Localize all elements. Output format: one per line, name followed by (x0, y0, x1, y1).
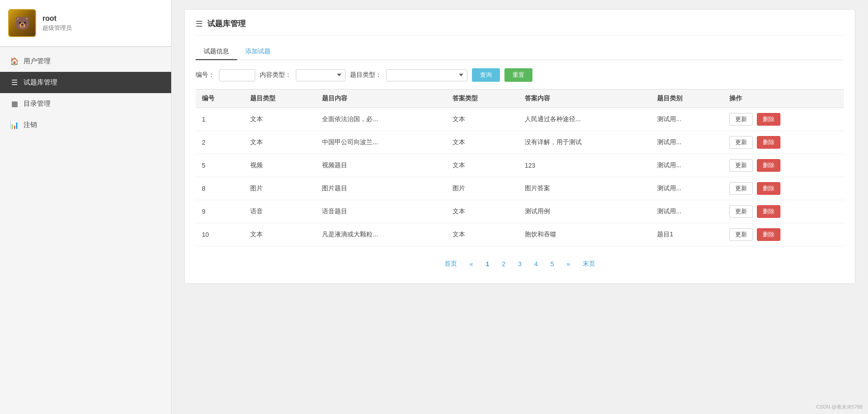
cell-answer-type: 文本 (446, 154, 518, 177)
cell-category: 测试用... (651, 108, 723, 131)
page-title: 试题库管理 (207, 19, 246, 29)
page-first-btn[interactable]: 首页 (439, 257, 462, 271)
cell-answer: 胞饮和吞噬 (518, 223, 651, 246)
cell-content: 图片题目 (316, 177, 446, 200)
sidebar-item-label: 试题库管理 (23, 78, 57, 87)
sidebar-item-logout[interactable]: 📊 注销 (0, 114, 171, 136)
cell-question-type: 语音 (244, 200, 316, 223)
home-icon: 🏠 (10, 57, 19, 66)
update-button[interactable]: 更新 (729, 159, 753, 172)
cell-id: 8 (196, 177, 244, 200)
page-btn-3[interactable]: 3 (513, 258, 527, 270)
delete-button[interactable]: 删除 (757, 136, 780, 149)
cell-question-type: 文本 (244, 108, 316, 131)
delete-button[interactable]: 删除 (757, 182, 780, 195)
update-button[interactable]: 更新 (729, 228, 753, 241)
cell-actions: 更新 删除 (723, 131, 844, 154)
id-label: 编号： (196, 71, 215, 79)
col-content: 题目内容 (316, 89, 446, 108)
tab-question-info[interactable]: 试题信息 (196, 44, 237, 60)
page-prev-btn[interactable]: « (464, 258, 479, 270)
table-header: 编号 题目类型 题目内容 答案类型 答案内容 题目类别 操作 (196, 89, 844, 108)
delete-button[interactable]: 删除 (757, 159, 780, 172)
grid-icon: ▦ (10, 99, 19, 108)
cell-id: 5 (196, 154, 244, 177)
cell-category: 测试用... (651, 154, 723, 177)
update-button[interactable]: 更新 (729, 205, 753, 218)
delete-button[interactable]: 删除 (757, 113, 780, 126)
cell-question-type: 文本 (244, 131, 316, 154)
sidebar-item-label: 用户管理 (23, 57, 51, 66)
page-btn-5[interactable]: 5 (545, 258, 560, 270)
cell-answer-type: 文本 (446, 131, 518, 154)
cell-category: 测试用... (651, 177, 723, 200)
sidebar-item-question-bank[interactable]: ☰ 试题库管理 (0, 72, 171, 93)
cell-answer: 人民通过各种途径... (518, 108, 651, 131)
main-content: ☰ 试题库管理 试题信息 添加试题 编号： 内容类型： 文本 视频 图片 语音 (172, 0, 868, 414)
page-btn-2[interactable]: 2 (496, 258, 511, 270)
update-button[interactable]: 更新 (729, 113, 753, 126)
cell-id: 9 (196, 200, 244, 223)
cell-question-type: 视频 (244, 154, 316, 177)
delete-button[interactable]: 删除 (757, 228, 780, 241)
avatar: 🐻 (8, 9, 36, 37)
table-row: 8 图片 图片题目 图片 图片答案 测试用... 更新 删除 (196, 177, 844, 200)
sidebar-item-directory[interactable]: ▦ 目录管理 (0, 93, 171, 114)
cell-actions: 更新 删除 (723, 223, 844, 246)
query-button[interactable]: 查询 (472, 68, 500, 82)
cell-answer: 123 (518, 154, 651, 177)
cell-answer: 没有详解，用于测试 (518, 131, 651, 154)
table-row: 2 文本 中国甲公司向波兰... 文本 没有详解，用于测试 测试用... 更新 … (196, 131, 844, 154)
reset-button[interactable]: 重置 (504, 68, 532, 82)
cell-answer: 测试用例 (518, 200, 651, 223)
list-icon: ☰ (10, 78, 19, 87)
sidebar-item-user-management[interactable]: 🏠 用户管理 (0, 51, 171, 72)
cell-category: 测试用... (651, 200, 723, 223)
cell-answer: 图片答案 (518, 177, 651, 200)
content-type-select[interactable]: 文本 视频 图片 语音 (296, 69, 345, 81)
delete-button[interactable]: 删除 (757, 205, 780, 218)
page-btn-4[interactable]: 4 (529, 258, 543, 270)
page-card: ☰ 试题库管理 试题信息 添加试题 编号： 内容类型： 文本 视频 图片 语音 (184, 9, 855, 284)
col-question-type: 题目类型 (244, 89, 316, 108)
user-info: root 超级管理员 (42, 14, 72, 32)
col-id: 编号 (196, 89, 244, 108)
cell-question-type: 文本 (244, 223, 316, 246)
col-actions: 操作 (723, 89, 844, 108)
id-input[interactable] (219, 69, 255, 81)
user-role: 超级管理员 (42, 24, 72, 32)
cell-id: 2 (196, 131, 244, 154)
page-last-btn[interactable]: 末页 (577, 257, 601, 271)
tab-add-question[interactable]: 添加试题 (237, 44, 279, 60)
table-row: 10 文本 凡是液滴或大颗粒... 文本 胞饮和吞噬 题目1 更新 删除 (196, 223, 844, 246)
cell-actions: 更新 删除 (723, 108, 844, 131)
cell-id: 1 (196, 108, 244, 131)
table-row: 5 视频 视频题目 文本 123 测试用... 更新 删除 (196, 154, 844, 177)
pagination: 首页 « 1 2 3 4 5 » 末页 (196, 257, 844, 271)
update-button[interactable]: 更新 (729, 136, 753, 149)
question-type-select[interactable]: 单选题 多选题 填空题 判断题 (386, 69, 467, 81)
cell-content: 中国甲公司向波兰... (316, 131, 446, 154)
page-next-btn[interactable]: » (561, 258, 575, 270)
update-button[interactable]: 更新 (729, 182, 753, 195)
cell-answer-type: 文本 (446, 108, 518, 131)
username: root (42, 14, 72, 23)
cell-content: 语音题目 (316, 200, 446, 223)
cell-id: 10 (196, 223, 244, 246)
cell-answer-type: 图片 (446, 177, 518, 200)
avatar-image: 🐻 (9, 10, 35, 36)
data-table: 编号 题目类型 题目内容 答案类型 答案内容 题目类别 操作 1 文本 全面依法… (196, 89, 844, 246)
tabs: 试题信息 添加试题 (196, 44, 844, 60)
cell-content: 凡是液滴或大颗粒... (316, 223, 446, 246)
sidebar: 🐻 root 超级管理员 🏠 用户管理 ☰ 试题库管理 ▦ 目录管理 📊 注销 (0, 0, 172, 414)
page-header: ☰ 试题库管理 (196, 19, 844, 36)
cell-actions: 更新 删除 (723, 177, 844, 200)
sidebar-profile: 🐻 root 超级管理员 (0, 0, 171, 47)
cell-content: 全面依法治国，必... (316, 108, 446, 131)
sidebar-item-label: 目录管理 (23, 99, 51, 108)
page-btn-1[interactable]: 1 (481, 258, 495, 270)
col-category: 题目类别 (651, 89, 723, 108)
sidebar-nav: 🏠 用户管理 ☰ 试题库管理 ▦ 目录管理 📊 注销 (0, 47, 171, 139)
cell-category: 测试用... (651, 131, 723, 154)
col-answer-type: 答案类型 (446, 89, 518, 108)
